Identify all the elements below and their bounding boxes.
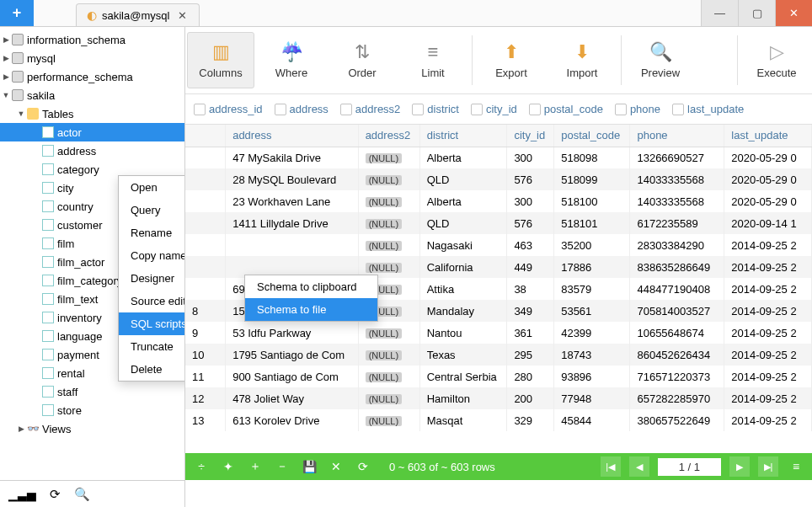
status-menu-icon[interactable]: ≡ xyxy=(787,460,805,473)
ctx-query[interactable]: Query xyxy=(119,199,185,221)
cell[interactable]: 449 xyxy=(507,256,554,278)
cell[interactable]: 53561 xyxy=(554,300,630,322)
cell[interactable]: 657282285970 xyxy=(630,387,724,409)
page-first-button[interactable]: |◀ xyxy=(601,456,621,477)
ctx-rename[interactable]: Rename xyxy=(119,221,185,244)
cell[interactable]: 838635286649 xyxy=(630,256,724,278)
new-connection-button[interactable]: + xyxy=(0,0,34,26)
column-header[interactable]: district xyxy=(419,125,507,147)
cell[interactable]: 576 xyxy=(507,168,554,190)
cell[interactable]: 45844 xyxy=(554,409,630,431)
status-refresh-button[interactable]: ⟳ xyxy=(354,460,372,473)
ctx-truncate[interactable]: Truncate xyxy=(119,335,185,358)
table-row[interactable]: (NULL)Nagasaki46335200283033842902014-09… xyxy=(185,234,812,256)
column-header[interactable]: last_update xyxy=(724,125,812,147)
cell[interactable]: Alberta xyxy=(419,190,507,212)
cell[interactable]: Nagasaki xyxy=(419,234,507,256)
cell[interactable]: 10 xyxy=(185,344,226,366)
ctx-sql-scripts[interactable]: SQL scripts▶ xyxy=(119,312,185,335)
cell[interactable]: QLD xyxy=(419,212,507,234)
cell[interactable]: 2014-09-25 2 xyxy=(724,409,812,431)
table-row[interactable]: 47 MySakila Drive(NULL)Alberta3005180981… xyxy=(185,147,812,168)
cell[interactable] xyxy=(185,212,226,234)
cell[interactable]: 518099 xyxy=(554,168,630,190)
status-split-icon[interactable]: ÷ xyxy=(192,460,211,473)
export-button[interactable]: ⬆Export xyxy=(476,27,547,93)
preview-button[interactable]: 🔍Preview xyxy=(625,27,696,93)
cell[interactable]: 93896 xyxy=(554,366,630,387)
table-node-store[interactable]: store xyxy=(0,401,184,419)
cell[interactable]: 361 xyxy=(507,322,554,344)
execute-button[interactable]: ▷Execute xyxy=(741,27,812,93)
cell[interactable]: 295 xyxy=(507,344,554,366)
cell[interactable]: 11 xyxy=(185,366,226,387)
cell[interactable]: 448477190408 xyxy=(630,278,724,300)
page-prev-button[interactable]: ◀ xyxy=(629,456,649,477)
columns-button[interactable]: ▥Columns xyxy=(187,32,254,88)
ctx-source-editor[interactable]: Source editor xyxy=(119,290,185,312)
cell[interactable]: 280 xyxy=(507,366,554,387)
cell[interactable]: 1795 Santiago de Com xyxy=(226,344,358,366)
table-node-actor[interactable]: actor xyxy=(0,123,184,141)
table-row[interactable]: 953 Idfu Parkway(NULL)Nantou361423991065… xyxy=(185,322,812,344)
ctx-copy-name[interactable]: Copy name▶ xyxy=(119,244,185,267)
ctx-delete[interactable]: Delete xyxy=(119,358,185,381)
cell[interactable]: (NULL) xyxy=(358,322,419,344)
search-tree-button[interactable]: 🔍 xyxy=(74,487,90,502)
cell[interactable]: 13266690527 xyxy=(630,147,724,168)
cell[interactable]: 2014-09-25 2 xyxy=(724,256,812,278)
cell[interactable]: 613 Korolev Drive xyxy=(226,409,358,431)
colcheck-address_id[interactable]: address_id xyxy=(194,103,263,115)
cell[interactable]: 300 xyxy=(507,190,554,212)
column-header[interactable]: city_id xyxy=(507,125,554,147)
cell[interactable]: 2014-09-25 2 xyxy=(724,322,812,344)
ctx-schema-to-file[interactable]: Schema to file xyxy=(245,298,377,321)
colcheck-district[interactable]: district xyxy=(412,103,459,115)
cell[interactable]: 10655648674 xyxy=(630,322,724,344)
column-header[interactable]: address2 xyxy=(358,125,419,147)
cell[interactable]: 14033335568 xyxy=(630,168,724,190)
cell[interactable]: QLD xyxy=(419,168,507,190)
cell[interactable]: 2014-09-25 2 xyxy=(724,366,812,387)
cell[interactable]: 28303384290 xyxy=(630,234,724,256)
cell[interactable]: Masqat xyxy=(419,409,507,431)
signal-icon[interactable]: ▁▃▅ xyxy=(8,488,36,501)
cell[interactable]: 83579 xyxy=(554,278,630,300)
db-node-sakila[interactable]: ▼sakila xyxy=(0,86,184,104)
cell[interactable]: 2014-09-25 2 xyxy=(724,387,812,409)
cell[interactable]: 518100 xyxy=(554,190,630,212)
page-last-button[interactable]: ▶| xyxy=(758,456,778,477)
colcheck-city_id[interactable]: city_id xyxy=(471,103,517,115)
cell[interactable]: Hamilton xyxy=(419,387,507,409)
cell[interactable]: 42399 xyxy=(554,322,630,344)
cell[interactable]: 1411 Lillydale Drive xyxy=(226,212,358,234)
cell[interactable]: 6172235589 xyxy=(630,212,724,234)
cell[interactable]: 2014-09-25 2 xyxy=(724,300,812,322)
colcheck-postal_code[interactable]: postal_code xyxy=(529,103,603,115)
cell[interactable]: 2014-09-25 2 xyxy=(724,278,812,300)
cell[interactable]: (NULL) xyxy=(358,168,419,190)
connection-tab[interactable]: ◐ sakila@mysql ✕ xyxy=(76,3,200,26)
cell[interactable]: Central Serbia xyxy=(419,366,507,387)
cell[interactable]: 2020-09-14 1 xyxy=(724,212,812,234)
cell[interactable]: 28 MySQL Boulevard xyxy=(226,168,358,190)
status-cancel-button[interactable]: ✕ xyxy=(327,460,345,473)
cell[interactable]: 35200 xyxy=(554,234,630,256)
column-header[interactable]: phone xyxy=(630,125,724,147)
window-close-button[interactable]: ✕ xyxy=(775,0,812,26)
ctx-designer[interactable]: Designer xyxy=(119,267,185,290)
cell[interactable]: 2020-05-29 0 xyxy=(724,190,812,212)
cell[interactable]: 576 xyxy=(507,212,554,234)
folder-tables[interactable]: ▼Tables xyxy=(0,104,184,123)
cell[interactable]: (NULL) xyxy=(358,366,419,387)
cell[interactable]: 47 MySakila Drive xyxy=(226,147,358,168)
cell[interactable]: 18743 xyxy=(554,344,630,366)
db-node-information_schema[interactable]: ▶information_schema xyxy=(0,30,184,49)
window-maximize-button[interactable]: ▢ xyxy=(738,0,775,26)
cell[interactable]: 2020-05-29 0 xyxy=(724,168,812,190)
cell[interactable]: 329 xyxy=(507,409,554,431)
window-minimize-button[interactable]: — xyxy=(701,0,738,26)
cell[interactable]: 23 Workhaven Lane xyxy=(226,190,358,212)
cell[interactable]: 716571220373 xyxy=(630,366,724,387)
cell[interactable]: (NULL) xyxy=(358,190,419,212)
